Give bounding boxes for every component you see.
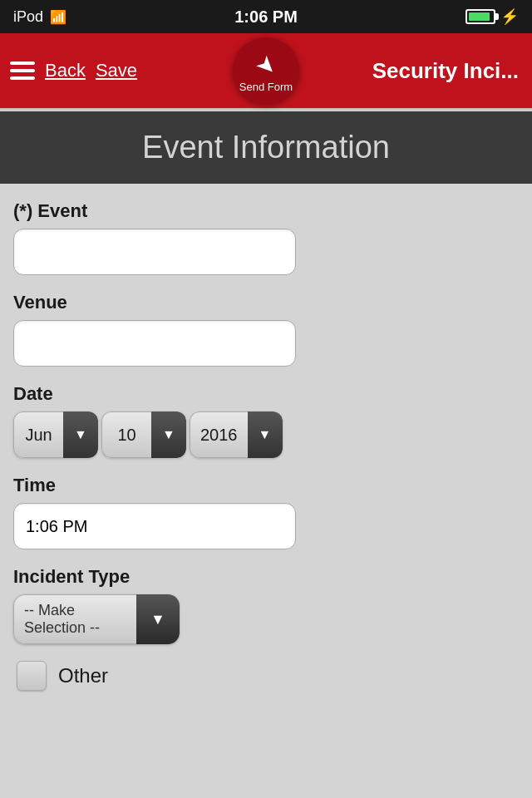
save-button[interactable]: Save (96, 60, 137, 81)
other-checkbox[interactable] (17, 661, 47, 691)
device-label: iPod (13, 8, 43, 26)
incident-type-value: -- Make Selection -- (13, 594, 136, 644)
month-picker: Jun (13, 411, 98, 458)
battery-fill (469, 12, 490, 21)
hamburger-menu-icon[interactable] (10, 62, 35, 80)
other-label: Other (58, 664, 108, 687)
status-right: ⚡ (466, 7, 519, 26)
battery-icon (466, 9, 495, 24)
page-title: Security Inci... (372, 58, 519, 84)
send-plane-icon: ➤ (249, 49, 283, 82)
main-content: Event Information (*) Event Venue Date J… (0, 111, 532, 691)
year-arrow[interactable] (248, 411, 283, 458)
day-arrow[interactable] (151, 411, 186, 458)
time-field-group: Time (13, 475, 519, 549)
day-value: 10 (101, 411, 151, 458)
event-field-group: (*) Event (13, 200, 519, 275)
wifi-icon: 📶 (50, 9, 66, 25)
day-picker: 10 (101, 411, 186, 458)
incident-type-arrow-icon[interactable] (136, 594, 180, 644)
incident-type-label: Incident Type (13, 566, 519, 588)
back-button[interactable]: Back (45, 60, 86, 81)
date-field-group: Date Jun 10 2016 (13, 383, 519, 458)
send-form-button[interactable]: ➤ Send Form (233, 37, 299, 104)
time-input[interactable] (13, 503, 296, 549)
incident-type-dropdown[interactable]: -- Make Selection -- (13, 594, 180, 644)
event-input[interactable] (13, 229, 296, 275)
venue-input[interactable] (13, 320, 296, 367)
section-header: Event Information (0, 111, 532, 184)
status-left: iPod 📶 (13, 8, 66, 26)
date-pickers: Jun 10 2016 (13, 411, 519, 458)
time-label: Time (13, 475, 519, 496)
incident-type-group: Incident Type -- Make Selection -- (13, 566, 519, 644)
month-arrow[interactable] (63, 411, 98, 458)
date-label: Date (13, 383, 519, 405)
status-time: 1:06 PM (234, 7, 298, 27)
status-bar: iPod 📶 1:06 PM ⚡ (0, 0, 532, 33)
venue-label: Venue (13, 292, 519, 313)
send-form-label: Send Form (239, 81, 293, 93)
year-value: 2016 (190, 411, 248, 458)
event-label: (*) Event (13, 200, 519, 222)
year-picker: 2016 (190, 411, 283, 458)
nav-bar: Back Save ➤ Send Form Security Inci... (0, 33, 532, 108)
other-checkbox-row: Other (17, 661, 519, 691)
venue-field-group: Venue (13, 292, 519, 367)
form-section: (*) Event Venue Date Jun 10 2016 (0, 200, 532, 691)
charging-icon: ⚡ (500, 7, 519, 26)
section-header-title: Event Information (13, 130, 519, 165)
month-value: Jun (13, 411, 63, 458)
